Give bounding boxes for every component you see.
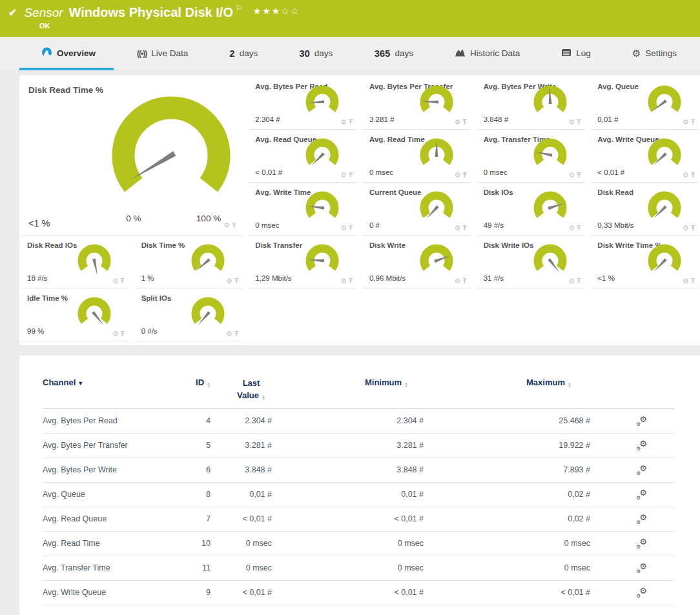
- channel-minimum: 3.281 #: [272, 441, 424, 450]
- tab-log[interactable]: Log: [561, 48, 591, 59]
- channel-last-value: 0,01 #: [211, 490, 272, 499]
- gauge-pin-icon[interactable]: Ŧ: [349, 119, 353, 126]
- column-header-id[interactable]: ID▲▼: [178, 378, 211, 388]
- tab-label: Log: [576, 48, 591, 58]
- gauge-pin-icon[interactable]: Ŧ: [234, 277, 238, 285]
- gauge-settings-icon[interactable]: ⚙: [455, 277, 461, 285]
- gauge-pin-icon[interactable]: Ŧ: [577, 225, 581, 232]
- tab-label: days: [314, 48, 333, 58]
- channel-settings-gears-icon[interactable]: ⚙⚙: [637, 416, 647, 426]
- gauge-settings-icon[interactable]: ⚙: [683, 277, 689, 285]
- tab-settings[interactable]: ⚙Settings: [632, 48, 677, 58]
- gauge-scale-min: 0 %: [118, 214, 150, 223]
- gauge-card: Disk Read0,33 Mbit/s⚙Ŧ: [591, 183, 699, 236]
- gauge-value: 0,96 Mbit/s: [369, 274, 406, 282]
- gauge-settings-icon[interactable]: ⚙: [112, 330, 119, 338]
- gauge-settings-icon[interactable]: ⚙: [683, 171, 689, 179]
- gauge-settings-icon[interactable]: ⚙: [568, 171, 575, 179]
- channel-last-value: 2.304 #: [211, 416, 272, 425]
- channel-name[interactable]: Avg. Write Queue: [43, 588, 178, 597]
- gauge-settings-icon[interactable]: ⚙: [568, 224, 575, 232]
- channel-settings-gears-icon[interactable]: ⚙⚙: [637, 465, 647, 475]
- gauge-settings-icon[interactable]: ⚙: [340, 224, 347, 232]
- channel-minimum: 0,01 #: [272, 490, 424, 499]
- tab-live-data[interactable]: ((•))Live Data: [137, 48, 188, 58]
- gauge-pin-icon[interactable]: Ŧ: [121, 277, 125, 285]
- gauge-pin-icon[interactable]: Ŧ: [691, 172, 695, 179]
- gauge-settings-icon[interactable]: ⚙: [455, 171, 461, 179]
- flag-icon[interactable]: ⚐: [236, 4, 243, 13]
- channel-maximum: 19.922 #: [424, 441, 590, 450]
- gear-icon: ⚙: [636, 422, 641, 427]
- gauge-pin-icon[interactable]: Ŧ: [349, 172, 353, 179]
- gauge-pin-icon[interactable]: Ŧ: [691, 119, 695, 126]
- sorted-desc-caret-icon: ▾: [79, 379, 82, 387]
- gauge-settings-icon[interactable]: ⚙: [340, 171, 347, 179]
- gauge-pin-icon[interactable]: Ŧ: [349, 225, 353, 232]
- gauge-settings-icon[interactable]: ⚙: [568, 277, 575, 285]
- tab-overview[interactable]: Overview: [41, 47, 96, 59]
- gauge-pin-icon[interactable]: Ŧ: [463, 172, 467, 179]
- gauge-settings-icon[interactable]: ⚙: [568, 118, 575, 126]
- tab-2-days[interactable]: 2days: [229, 48, 258, 59]
- gauge-dial: [531, 137, 569, 175]
- channel-name[interactable]: Avg. Bytes Per Write: [43, 465, 178, 474]
- priority-star-rating[interactable]: ★★★☆☆: [253, 6, 300, 16]
- column-header-channel[interactable]: Channel▾: [43, 378, 178, 387]
- tab-historic-data[interactable]: Historic Data: [455, 48, 520, 59]
- gauge-card-actions: ⚙Ŧ: [340, 171, 353, 179]
- gauge-value: 0 msec: [369, 168, 393, 176]
- gauge-settings-icon[interactable]: ⚙: [683, 224, 689, 232]
- channel-maximum: 0 msec: [424, 539, 590, 548]
- gauge-card: Idle Time %99 %⚙Ŧ: [21, 288, 129, 341]
- gauge-pin-icon[interactable]: Ŧ: [577, 119, 581, 126]
- gauge-settings-icon[interactable]: ⚙: [112, 277, 119, 285]
- gauge-dial: [110, 96, 232, 207]
- channel-name[interactable]: Avg. Read Time: [43, 539, 178, 548]
- channel-settings-gears-icon[interactable]: ⚙⚙: [637, 490, 647, 499]
- gauge-pin-icon[interactable]: Ŧ: [463, 277, 467, 285]
- column-header-last-value[interactable]: Last Value▲▼: [211, 378, 272, 402]
- channel-settings-gears-icon[interactable]: ⚙⚙: [637, 514, 647, 524]
- channel-settings-gears-icon[interactable]: ⚙⚙: [637, 588, 647, 598]
- gauge-pin-icon[interactable]: Ŧ: [463, 225, 467, 232]
- gauge-settings-icon[interactable]: ⚙: [340, 118, 347, 126]
- gauge-title: Disk Transfer: [255, 241, 302, 249]
- gauge-settings-icon[interactable]: ⚙: [226, 330, 232, 338]
- gauge-value: 1 %: [141, 274, 154, 282]
- channel-settings-gears-icon[interactable]: ⚙⚙: [637, 539, 647, 549]
- tab-365-days[interactable]: 365days: [374, 48, 413, 59]
- channel-name[interactable]: Avg. Bytes Per Transfer: [43, 441, 178, 450]
- gauge-value: 3.848 #: [484, 116, 508, 123]
- gauge-settings-icon[interactable]: ⚙: [340, 277, 347, 285]
- gauge-pin-icon[interactable]: Ŧ: [234, 330, 238, 338]
- channel-id: 5: [178, 441, 211, 450]
- channel-name[interactable]: Avg. Transfer Time: [43, 563, 178, 572]
- gauge-pin-icon[interactable]: Ŧ: [349, 277, 353, 285]
- gauge-title: Disk Write: [369, 241, 406, 249]
- gauge-pin-icon[interactable]: Ŧ: [577, 172, 581, 179]
- gauge-settings-icon[interactable]: ⚙: [683, 118, 689, 126]
- channel-name[interactable]: Avg. Bytes Per Read: [43, 416, 178, 425]
- gauge-pin-icon[interactable]: Ŧ: [577, 277, 581, 285]
- gauge-pin-icon[interactable]: Ŧ: [463, 119, 467, 126]
- channel-actions: ⚙⚙: [590, 416, 674, 426]
- gauge-settings-icon[interactable]: ⚙: [226, 277, 232, 285]
- column-header-maximum[interactable]: Maximum▲▼: [424, 378, 590, 388]
- channel-settings-gears-icon[interactable]: ⚙⚙: [637, 563, 647, 573]
- gauge-pin-icon[interactable]: Ŧ: [232, 222, 236, 229]
- channel-name[interactable]: Avg. Queue: [43, 490, 178, 499]
- channel-name[interactable]: Avg. Read Queue: [43, 514, 178, 523]
- channel-settings-gears-icon[interactable]: ⚙⚙: [637, 441, 647, 450]
- tab-30-days[interactable]: 30days: [299, 48, 333, 59]
- channel-minimum: 3.848 #: [272, 465, 424, 474]
- gauge-pin-icon[interactable]: Ŧ: [691, 225, 695, 232]
- gauge-settings-icon[interactable]: ⚙: [223, 221, 230, 230]
- gauge-settings-icon[interactable]: ⚙: [455, 118, 461, 126]
- gauge-settings-icon[interactable]: ⚙: [455, 224, 461, 232]
- channel-id: 11: [178, 563, 211, 572]
- gauge-pin-icon[interactable]: Ŧ: [691, 277, 695, 285]
- gauge-pin-icon[interactable]: Ŧ: [121, 330, 125, 338]
- column-header-minimum[interactable]: Minimum▲▼: [272, 378, 424, 388]
- gauge-value: 3.281 #: [369, 116, 394, 123]
